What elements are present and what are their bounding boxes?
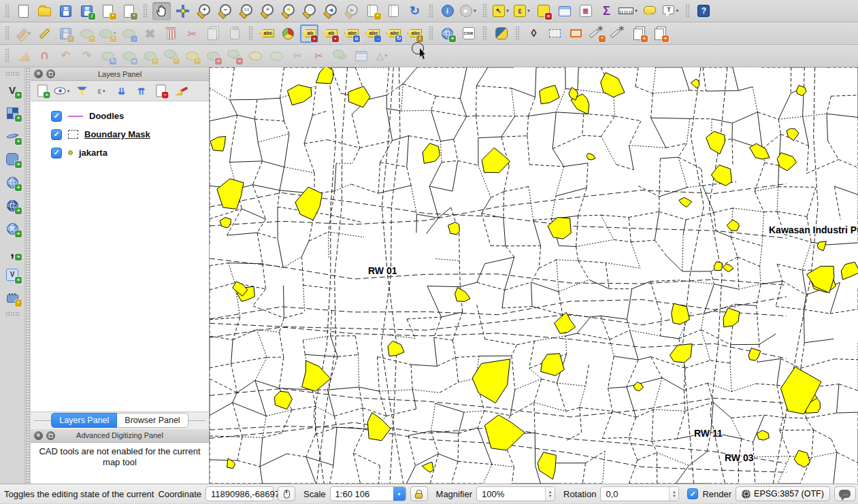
tab-layers-panel[interactable]: Layers Panel (51, 413, 117, 428)
statistical-summary-button[interactable]: Σ (597, 2, 616, 20)
map-canvas[interactable] (210, 67, 858, 484)
copy-features-button (204, 24, 222, 43)
open-project-button[interactable] (35, 2, 54, 20)
zoom-in-button[interactable]: + (195, 2, 213, 20)
messages-button[interactable]: … (834, 486, 856, 501)
run-feature-action-button[interactable]: ▸▼ (459, 2, 478, 20)
help-button[interactable]: ? (695, 2, 713, 20)
stepper-icon[interactable]: ▴▾ (545, 487, 555, 501)
layer-row[interactable]: ✓jakarta (31, 144, 209, 162)
zoom-to-selection-button[interactable]: ■ (279, 2, 297, 20)
new-bookmark-button[interactable]: * (363, 2, 382, 20)
python-console-button[interactable] (492, 24, 510, 43)
tab-browser-panel[interactable]: Browser Panel (117, 413, 188, 428)
deselect-all-button[interactable]: × (534, 2, 552, 20)
show-bookmarks-button[interactable] (384, 2, 403, 20)
layer-diagram-options-button[interactable] (279, 24, 297, 43)
layer-row[interactable]: ✓Doodles (31, 107, 209, 125)
collapse-all-button[interactable]: ⇈ (133, 83, 150, 99)
change-label-button[interactable]: abc/ (406, 24, 424, 43)
merge-attributes-button (352, 47, 370, 65)
add-group-button[interactable]: + (35, 83, 51, 99)
show-hide-labels-button[interactable]: abco (342, 24, 361, 43)
move-label-button[interactable]: abc→ (363, 24, 382, 43)
open-attribute-table-button[interactable] (555, 2, 574, 20)
coordinate-input[interactable]: 11890986,-686970 (205, 486, 274, 501)
save-project-as-button[interactable]: / (78, 2, 96, 20)
add-raster-layer-button[interactable]: + (2, 103, 22, 122)
plugin-select-extent-button[interactable] (546, 24, 564, 43)
zoom-full-button[interactable]: + (258, 2, 276, 20)
zoom-native-resolution-button[interactable]: 1:1 (237, 2, 255, 20)
render-checkbox[interactable]: ✓ (687, 488, 698, 499)
layer-name[interactable]: Boundary Mask (84, 129, 150, 139)
layer-name[interactable]: Doodles (89, 111, 124, 121)
map-tips-button[interactable] (641, 2, 659, 20)
float-panel-icon[interactable]: ◻ (46, 69, 55, 78)
zoom-out-button[interactable]: − (216, 2, 234, 20)
add-delimited-text-layer-button[interactable]: ,+ (2, 242, 22, 261)
add-vector-layer-button[interactable]: V+ (2, 80, 22, 99)
chevron-down-icon[interactable]: ▾ (393, 487, 406, 501)
layer-row[interactable]: ✓Boundary Mask (31, 125, 209, 144)
scale-lock-button[interactable] (410, 486, 428, 501)
float-panel-icon[interactable]: ◻ (46, 431, 55, 440)
manage-layer-visibility-button[interactable]: ▼ (54, 83, 71, 99)
open-layer-styling-button[interactable] (173, 83, 189, 99)
remove-layer-button[interactable]: − (153, 83, 169, 99)
text-annotation-button[interactable]: T▼ (662, 2, 680, 20)
plugin-report-add-button[interactable]: + (651, 24, 670, 43)
stepper-icon[interactable]: ▴▾ (669, 487, 678, 501)
add-postgis-layer-button[interactable]: +▼ (2, 150, 22, 169)
zoom-to-layer-button[interactable]: □ (300, 2, 318, 20)
measure-line-button[interactable]: ▼ (618, 2, 638, 20)
pan-map-button[interactable] (152, 2, 171, 20)
new-shapefile-layer-button[interactable]: V+ (2, 265, 22, 284)
layer-labeling-options-button[interactable]: abc (258, 24, 276, 43)
undo-button: ↶ (56, 47, 75, 65)
zoom-last-button[interactable]: ◀ (321, 2, 340, 20)
scale-combobox[interactable]: 1:60 106 ▾ (330, 486, 406, 501)
toggle-editing-button[interactable] (35, 24, 54, 43)
add-wcs-layer-button[interactable]: + (2, 196, 22, 215)
select-by-expression-button[interactable]: ε▼ (513, 2, 531, 20)
layer-checkbox[interactable]: ✓ (51, 129, 62, 140)
pan-to-selection-button[interactable] (174, 2, 192, 20)
filter-by-expression-button[interactable]: ε▼ (94, 83, 110, 99)
dock-separator[interactable] (25, 67, 31, 484)
plugin-frame-button[interactable] (567, 24, 585, 43)
close-icon[interactable]: × (34, 69, 43, 78)
rotation-input[interactable]: 0,0 ▴▾ (600, 486, 679, 501)
plugin-wand-settings-button[interactable]: * (588, 24, 606, 43)
close-icon[interactable]: × (34, 431, 43, 440)
refresh-map-button[interactable]: ↻ (406, 2, 424, 20)
metasearch-csw-button[interactable]: CSW (459, 24, 478, 43)
pin-unpin-labels-button[interactable]: ab• (300, 24, 318, 43)
field-calculator-button[interactable]: ≣ (576, 2, 595, 20)
coordinate-toggle-button[interactable] (278, 486, 295, 501)
layer-checkbox[interactable]: ✓ (51, 111, 62, 122)
crs-button[interactable]: EPSG:3857 (OTF) (736, 486, 830, 501)
expand-all-button[interactable]: ⇊ (114, 83, 130, 99)
new-project-button[interactable] (14, 2, 33, 20)
select-features-button[interactable]: ↖▼ (492, 2, 510, 20)
web-service-plugin-button[interactable]: + (438, 24, 457, 43)
plugin-north-arrow-button[interactable]: ◊ (525, 24, 543, 43)
plugin-report-check-button[interactable]: » (630, 24, 648, 43)
plugin-wand-button[interactable] (609, 24, 627, 43)
filter-legend-button[interactable] (74, 83, 90, 99)
highlight-pinned-labels-button[interactable]: ab• (321, 24, 340, 43)
layer-name[interactable]: jakarta (79, 148, 108, 158)
add-wfs-layer-button[interactable]: V+▼ (2, 219, 22, 238)
magnifier-input[interactable]: 100% ▴▾ (476, 486, 555, 501)
new-virtual-layer-button[interactable]: *▼ (2, 288, 22, 307)
new-print-composer-button[interactable]: * (99, 2, 117, 20)
save-project-button[interactable] (56, 2, 75, 20)
magnifier-value: 100% (477, 489, 545, 499)
add-wms-layer-button[interactable]: +▼ (2, 173, 22, 192)
add-spatialite-layer-button[interactable]: + (2, 127, 22, 146)
layer-checkbox[interactable]: ✓ (51, 148, 62, 158)
identify-features-button[interactable]: i (438, 2, 457, 20)
composer-manager-button[interactable]: * (120, 2, 138, 20)
rotate-label-button[interactable]: abc↻ (384, 24, 403, 43)
